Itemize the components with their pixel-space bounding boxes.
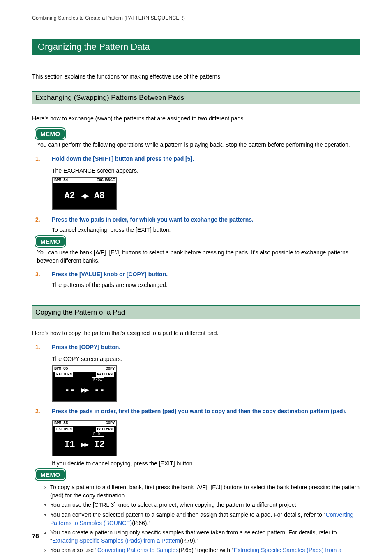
lcd-tag: PATTERN: [55, 427, 73, 432]
memo-badge: MEMO: [35, 236, 65, 247]
step-number: 1.: [32, 343, 52, 352]
step-number: 1.: [32, 155, 52, 163]
steps-exchange: 1. Hold down the [SHIFT] button and pres…: [32, 155, 360, 289]
memo-list: To copy a pattern to a different bank, f…: [40, 483, 360, 555]
step-title: Press the pads in order, first the patte…: [52, 407, 346, 416]
lcd-sub: P-01: [53, 432, 116, 437]
step-body-text: The COPY screen appears.: [52, 355, 360, 363]
lcd-tag: PATTERN: [96, 427, 114, 432]
list-item: You can also use "Converting Patterns to…: [50, 546, 360, 555]
lcd-bpm: BPM 85: [54, 366, 68, 372]
memo-badge: MEMO: [35, 469, 65, 480]
step-body-text: To cancel exchanging, press the [EXIT] b…: [52, 226, 360, 234]
page-number: 78: [32, 532, 39, 540]
lcd-copy-filled: BPM 85 COPY PATTERN PATTERN P-01 I1 ▶▶ I…: [52, 420, 117, 456]
swap-icon: ◀▶: [80, 192, 89, 200]
lcd-main-left: --: [65, 385, 75, 395]
lcd-bpm: BPM 84: [54, 178, 68, 183]
lead-copy: Here's how to copy the pattern that's as…: [32, 329, 360, 338]
forward-icon: ▶▶: [80, 386, 89, 394]
step-body: BPM 85 COPY PATTERN PATTERN P-01 I1 ▶▶ I…: [52, 420, 360, 468]
list-item: You can use the [CTRL 3] knob to select …: [50, 501, 360, 509]
step-number: 2.: [32, 407, 52, 416]
memo-text: You can't perform the following operatio…: [37, 141, 360, 149]
lcd-sub: P-01: [53, 377, 116, 383]
step-number: 3.: [32, 271, 52, 279]
lcd-tag: PATTERN: [55, 372, 73, 377]
memo-badge: MEMO: [35, 128, 65, 139]
heading-exchange: Exchanging (Swapping) Patterns Between P…: [32, 91, 360, 104]
step-body-text: The EXCHANGE screen appears.: [52, 167, 360, 175]
lcd-mode: COPY: [106, 421, 115, 426]
link-extract[interactable]: Extracting Specific Samples (Pads) from …: [52, 537, 180, 544]
memo-text: You can use the bank [A/F]–[E/J] buttons…: [37, 249, 360, 265]
list-item: You can convert the selected pattern to …: [50, 511, 360, 527]
lcd-main-left: A2: [65, 191, 75, 201]
list-item: To copy a pattern to a different bank, f…: [50, 483, 360, 500]
lcd-main-right: --: [94, 385, 104, 395]
step-body-text: The patterns of the pads are now exchang…: [52, 281, 360, 289]
heading-copy: Copying the Pattern of a Pad: [32, 305, 360, 319]
lcd-mode: COPY: [106, 366, 115, 372]
page-header: Combining Samples to Create a Pattern (P…: [32, 15, 360, 24]
lcd-exchange: BPM 84 EXCHANGE A2 ◀▶ A8: [52, 177, 117, 210]
lcd-main-right: A8: [94, 191, 104, 201]
lcd-main-left: I1: [65, 439, 75, 450]
steps-copy: 1. Press the [COPY] button. The COPY scr…: [32, 343, 360, 555]
heading-1: Organizing the Pattern Data: [32, 39, 360, 55]
lcd-bpm: BPM 85: [54, 421, 68, 426]
step-title: Hold down the [SHIFT] button and press t…: [52, 155, 194, 163]
step-number: 2.: [32, 216, 52, 224]
step-body: The EXCHANGE screen appears. BPM 84 EXCH…: [52, 167, 360, 210]
lcd-mode: EXCHANGE: [97, 178, 115, 183]
step-title: Press the [COPY] button.: [52, 343, 120, 352]
intro-text: This section explains the functions for …: [32, 73, 360, 81]
step-title: Press the two pads in order, for which y…: [52, 216, 254, 224]
step-title: Press the [VALUE] knob or [COPY] button.: [52, 271, 168, 279]
lead-exchange: Here's how to exchange (swap) the patter…: [32, 115, 360, 123]
forward-icon: ▶▶: [80, 441, 89, 449]
lcd-main-right: I2: [94, 439, 104, 450]
lcd-tag: PATTERN: [96, 372, 114, 377]
step-body-text: If you decide to cancel copying, press t…: [52, 460, 360, 468]
step-body: The COPY screen appears. BPM 85 COPY PAT…: [52, 355, 360, 402]
link-convert[interactable]: Converting Patterns to Samples: [97, 547, 179, 553]
lcd-copy-blank: BPM 85 COPY PATTERN PATTERN P-01 -- ▶▶ -…: [52, 365, 117, 402]
list-item: You can create a pattern using only spec…: [50, 529, 360, 545]
